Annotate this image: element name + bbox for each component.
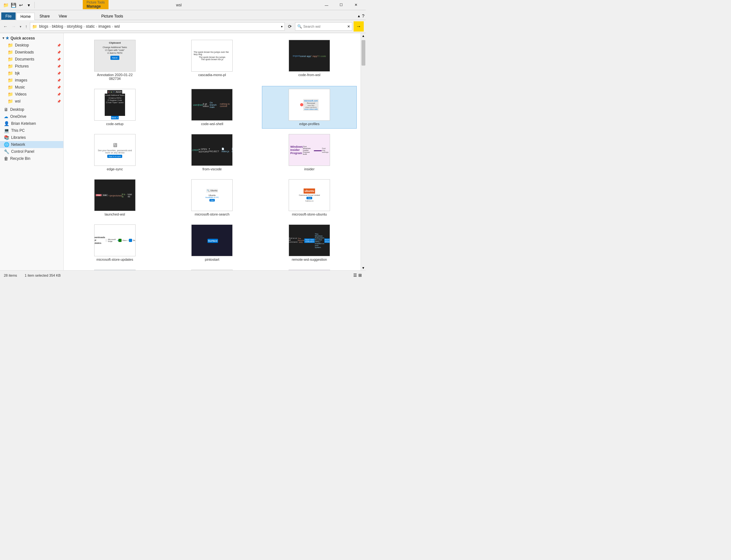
selection-info: 1 item selected 354 KB [25,273,61,277]
bjk-folder-icon: 📁 [8,71,13,76]
sidebar-item-libraries[interactable]: 📚 Libraries [0,134,63,141]
minimize-button[interactable]: — [319,0,334,10]
scroll-thumb[interactable] [362,40,366,66]
collapse-ribbon-button[interactable]: ▲ [357,14,361,18]
sidebar-item-downloads[interactable]: 📁 Downloads 📌 [0,49,63,56]
sidebar-item-videos[interactable]: 📁 Videos 📌 [0,91,63,98]
close-button[interactable]: ✕ [349,0,363,10]
tab-file[interactable]: File [1,12,16,20]
file-item-code-setup[interactable]: ●●+ Azure Install Additional Tasks ☑ Add… [67,86,162,129]
thispc-icon: 💻 [4,128,9,133]
title-bar: 📁 💾 ↩ ▾ Picture Tools Manage wsl — ☐ ✕ [0,0,366,10]
back-button[interactable]: ← [2,23,9,30]
sidebar-item-pictures[interactable]: 📁 Pictures 📌 [0,63,63,70]
file-name-pintostart: pintostart [205,258,219,261]
search-box[interactable]: 🔍 ✕ [295,22,352,31]
sidebar-item-thispc[interactable]: 💻 This PC [0,127,63,134]
breadcrumb-bkblog[interactable]: bkblog [52,24,63,29]
sidebar-item-desktop-main[interactable]: 🖥 Desktop [0,106,63,113]
search-clear-button[interactable]: ✕ [347,25,350,29]
list-view-button[interactable]: ☰ [353,273,357,278]
file-thumb-annotation: Clipboard Change Additional Tasks ☑ Open… [94,40,136,72]
recyclebin-icon: 🗑 [4,156,8,161]
file-name-remote-wsl: remote-wsl-suggestion [292,258,327,261]
address-box[interactable]: 📁 blogs › bkblog › storyblog › static › … [30,22,285,31]
file-item-edge-sync[interactable]: 🖥 See your favorites, passwords and more… [67,131,162,174]
breadcrumb-images[interactable]: images [98,24,111,29]
breadcrumb-wsl[interactable]: wsl [114,24,120,29]
quick-access-header[interactable]: ▾ ★ Quick access [0,34,63,42]
file-item-ms-store-ubuntu[interactable]: ubuntu Canonical Group Limited Get habit… [262,176,357,219]
file-thumb-partial2: 📄 [191,270,233,270]
file-item-remote-wsl[interactable]: And so at all command: The Remote - WSL … [262,222,357,264]
breadcrumb-static[interactable]: static [86,24,95,29]
sidebar-item-pictures-label: Pictures [15,64,29,68]
sidebar-item-onedrive[interactable]: ☁ OneDrive [0,113,63,120]
videos-pin-icon: 📌 [57,93,61,96]
tab-view[interactable]: View [54,12,71,20]
grid-view-button[interactable]: ⊞ [359,273,362,278]
file-item-code-wsl-shell[interactable]: user@wsl $ git status On branch main not… [165,86,260,129]
sidebar-libraries-label: Libraries [11,135,26,140]
file-item-annotation[interactable]: Clipboard Change Additional Tasks ☑ Open… [67,37,162,83]
content-wrapper: Clipboard Change Additional Tasks ☑ Open… [64,33,366,270]
search-input[interactable] [303,25,347,28]
main-area: ▾ ★ Quick access 📁 Desktop 📌 📁 Downloads… [0,33,366,270]
file-item-ms-store-search[interactable]: 🔍 Ubuntu Ubuntu Available on PC Get micr… [165,176,260,219]
quick-access-toolbar-undo[interactable]: ↩ [18,2,24,8]
desktop-pin-icon: 📌 [57,44,61,47]
sidebar-item-music-label: Music [15,85,25,89]
file-item-from-vscode[interactable]: EXPLORER ▸ OPEN EDITORS ▾ PROJECT 📄 inde… [165,131,260,174]
file-item-cascadia[interactable]: The quick brown fox jumps over the lazy … [165,37,260,83]
scroll-down-button[interactable]: ▼ [362,265,365,270]
breadcrumb-storyblog[interactable]: storyblog [67,24,82,29]
sidebar-item-controlpanel[interactable]: 🔧 Control Panel [0,148,63,155]
images-pin-icon: 📌 [57,79,61,82]
tab-share[interactable]: Share [35,12,54,20]
scroll-up-button[interactable]: ▲ [362,33,365,38]
maximize-button[interactable]: ☐ [334,0,349,10]
tab-manage[interactable]: Picture Tools [97,12,127,20]
file-name-insider: insider [304,167,315,171]
manage-tab-top[interactable]: Picture Tools Manage [83,0,109,9]
quick-access-star-icon: ★ [5,36,9,40]
breadcrumb-blogs[interactable]: blogs [39,24,48,29]
file-item-partial1[interactable] [67,267,162,270]
file-item-ms-store-updates[interactable]: Downloads and updates Microsoft Edge ● X… [67,222,162,264]
file-item-partial3[interactable] [262,267,357,270]
file-item-launched-wsl[interactable]: File Edit ~/projects/wsl $ ls -la total … [67,176,162,219]
sidebar-item-brian[interactable]: 👤 Brian Ketelsen [0,120,63,127]
forward-button[interactable]: → [10,23,17,30]
status-bar: 28 items 1 item selected 354 KB ☰ ⊞ [0,270,366,280]
quick-access-label: Quick access [11,36,35,40]
recent-locations-button[interactable]: ▾ [18,24,23,29]
sidebar-item-recyclebin[interactable]: 🗑 Recycle Bin [0,155,63,162]
scrollbar[interactable]: ▲ ▼ [361,33,366,270]
up-button[interactable]: ↑ [24,23,29,30]
file-item-edge-profiles[interactable]: microsoft.com Personal new Mic class per… [262,86,357,129]
quick-access-toolbar-save[interactable]: 💾 [10,2,17,8]
sidebar-item-desktop[interactable]: 📁 Desktop 📌 [0,42,63,49]
sidebar-item-bjk[interactable]: 📁 bjk 📌 [0,70,63,77]
sidebar-item-music[interactable]: 📁 Music 📌 [0,84,63,91]
navigate-forward-button[interactable]: → [354,21,364,32]
music-pin-icon: 📌 [57,86,61,89]
quick-access-toolbar-dropdown[interactable]: ▾ [25,2,32,8]
file-name-cascadia: cascadia-mono-pl [198,73,226,77]
file-item-insider[interactable]: Windows Insider Program Your Windows Ins… [262,131,357,174]
sidebar-item-images[interactable]: 📁 images 📌 [0,77,63,84]
tab-home[interactable]: Home [16,13,35,20]
breadcrumb-dropdown[interactable]: ▾ [281,25,283,28]
file-item-code-from-wsl[interactable]: import const app "./app" // code code-fr… [262,37,357,83]
sidebar-item-documents[interactable]: 📁 Documents 📌 [0,56,63,63]
file-item-pintostart[interactable]: Surface pintostart [165,222,260,264]
refresh-button[interactable]: ⟳ [286,23,294,30]
sidebar-item-wsl[interactable]: 📁 wsl 📌 [0,98,63,105]
ribbon-tabs: File Home Share View Picture Tools ▲ ? [0,10,366,20]
sidebar-item-network[interactable]: 🌐 Network [0,141,63,148]
file-thumb-edge-profiles: microsoft.com Personal new Mic class per… [289,89,330,121]
file-item-partial2[interactable]: 📄 [165,267,260,270]
file-name-from-vscode: from-vscode [202,167,222,171]
file-thumb-partial1 [94,270,136,270]
help-button[interactable]: ? [362,13,365,18]
